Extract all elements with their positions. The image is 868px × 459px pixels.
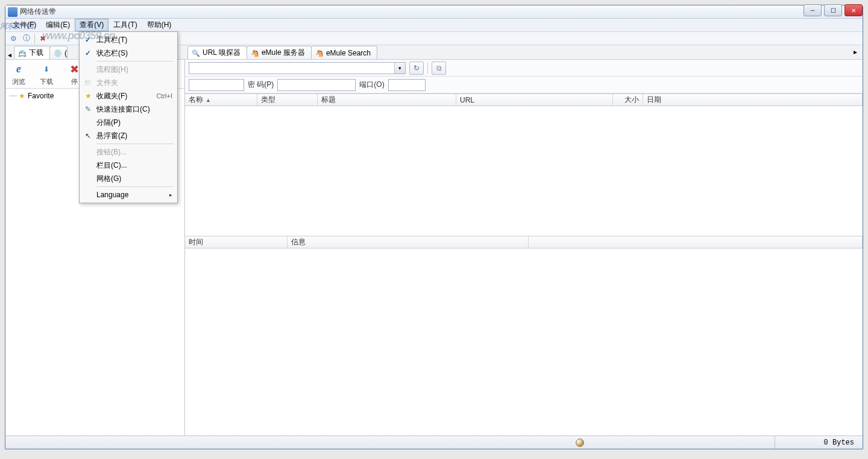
copy-button[interactable]: [432, 62, 446, 75]
user-field[interactable]: [189, 79, 244, 91]
emule-icon: [251, 49, 259, 57]
right-tab-emule-search[interactable]: eMule Search: [311, 46, 377, 59]
tab-label: eMule Search: [326, 49, 371, 57]
menu-separator: [96, 144, 174, 144]
disk-icon: [54, 49, 62, 57]
col-name[interactable]: 名称▲: [185, 94, 257, 106]
gear-icon[interactable]: [8, 33, 19, 44]
tree-label: Favorite: [28, 92, 54, 100]
tab-label: 下载: [29, 48, 43, 58]
window-title: 网络传送带: [20, 7, 860, 17]
star-icon: [82, 90, 94, 101]
menu-favorites[interactable]: 收藏夹(F) Ctrl+I: [81, 89, 176, 103]
menu-buttons: 按钮(B)...: [81, 145, 176, 159]
tab-label: (: [64, 49, 67, 57]
menu-tools[interactable]: 工具(T): [108, 19, 142, 31]
download-icon: [39, 62, 54, 77]
menu-separator: [96, 61, 174, 62]
col-size[interactable]: 大小: [613, 94, 643, 106]
maximize-button[interactable]: ☐: [824, 4, 842, 16]
results-grid: 名称▲ 类型 标题 URL 大小 日期: [185, 93, 863, 236]
ie-icon: [11, 62, 26, 77]
menubar: 文件(F) 编辑(E) 查看(V) 工具(T) 帮助(H): [5, 19, 863, 32]
left-tab-2[interactable]: (: [49, 46, 68, 59]
password-field[interactable]: [277, 79, 356, 91]
titlebar[interactable]: 网络传送带 ─ ☐ ✕: [5, 5, 863, 19]
printer-icon: [18, 49, 27, 57]
menu-separator: [96, 186, 174, 187]
folder-icon: [82, 77, 94, 88]
col-url[interactable]: URL: [456, 94, 613, 106]
tab-label: URL 嗅探器: [203, 48, 241, 58]
password-label: 密 码(P): [248, 80, 274, 90]
emule-icon: [315, 49, 324, 57]
log-body[interactable]: [185, 248, 863, 435]
chevron-down-icon[interactable]: [394, 63, 405, 74]
grid-header: 名称▲ 类型 标题 URL 大小 日期: [185, 94, 863, 106]
app-icon: [8, 7, 17, 17]
tree-connector: ┈┈: [9, 92, 16, 100]
grid-body[interactable]: [185, 106, 863, 236]
menu-quickconnect[interactable]: 快速连接窗口(C): [81, 103, 176, 116]
menu-floatwin[interactable]: 悬浮窗(Z): [81, 129, 176, 142]
minimize-button[interactable]: ─: [804, 4, 822, 16]
menu-language[interactable]: Language: [81, 188, 176, 201]
status-bytes: 0 Bytes: [775, 436, 859, 449]
check-icon: [82, 34, 94, 45]
col-title[interactable]: 标题: [318, 94, 456, 106]
tab-label: eMule 服务器: [262, 48, 305, 58]
menu-flowchart: 流程图(H): [81, 63, 176, 76]
menu-statusbar[interactable]: 状态栏(S): [81, 46, 176, 60]
browse-button[interactable]: 浏览: [9, 62, 28, 86]
log-grid: 时间 信息: [185, 236, 863, 435]
copy-icon: [436, 64, 442, 72]
menu-help[interactable]: 帮助(H): [142, 19, 177, 31]
port-label: 端口(O): [359, 80, 384, 90]
status-orb-icon: [576, 438, 584, 447]
go-button[interactable]: [409, 62, 424, 75]
col-type[interactable]: 类型: [257, 94, 318, 106]
download-button[interactable]: 下载: [37, 62, 56, 86]
right-pane: 密 码(P) 端口(O) 名称▲ 类型 标题 URL 大小 日期 时间: [185, 60, 863, 435]
menu-grid[interactable]: 网格(G): [81, 172, 176, 185]
check-icon: [82, 48, 94, 59]
edit-icon: [82, 104, 94, 115]
submenu-arrow-icon: [169, 192, 172, 198]
port-field[interactable]: [388, 79, 426, 91]
star-icon: [19, 92, 25, 100]
menu-view[interactable]: 查看(V): [75, 19, 108, 31]
close-button[interactable]: ✕: [844, 4, 863, 16]
cursor-icon: [82, 130, 94, 141]
statusbar: 0 Bytes: [5, 435, 863, 449]
search-icon: [192, 49, 200, 57]
menu-folder: 文件夹: [81, 76, 176, 89]
auth-row: 密 码(P) 端口(O): [185, 77, 863, 93]
col-extra[interactable]: [529, 236, 863, 248]
url-combo[interactable]: [189, 62, 406, 74]
menu-file[interactable]: 文件(F): [8, 19, 41, 31]
menu-columns[interactable]: 栏目(C)...: [81, 159, 176, 172]
tabs-scroll-right[interactable]: [851, 47, 860, 57]
col-info[interactable]: 信息: [288, 236, 529, 248]
menu-toolbar[interactable]: 工具栏(T): [81, 33, 176, 46]
view-menu-dropdown: 工具栏(T) 状态栏(S) 流程图(H) 文件夹 收藏夹(F) Ctrl+I 快…: [79, 31, 178, 203]
menu-edit[interactable]: 编辑(E): [41, 19, 75, 31]
right-tab-sniffer[interactable]: URL 嗅探器: [187, 46, 247, 59]
log-header: 时间 信息: [185, 236, 863, 248]
col-time[interactable]: 时间: [185, 236, 288, 248]
refresh-icon: [414, 64, 420, 72]
right-tab-emule-server[interactable]: eMule 服务器: [247, 46, 312, 59]
delete-icon[interactable]: [37, 33, 48, 44]
info-icon[interactable]: [21, 33, 32, 44]
menu-split[interactable]: 分隔(P): [81, 116, 176, 129]
left-tab-download[interactable]: 下载: [14, 46, 50, 59]
sort-asc-icon: ▲: [206, 97, 211, 103]
url-row: [185, 60, 863, 77]
col-date[interactable]: 日期: [643, 94, 863, 106]
